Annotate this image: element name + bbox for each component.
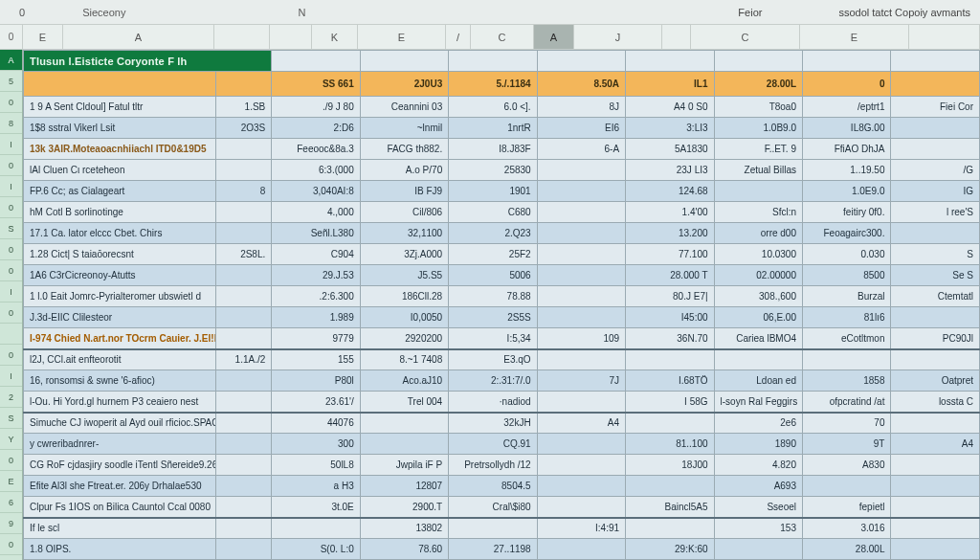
cell[interactable] bbox=[626, 518, 714, 539]
cell[interactable]: 2:D6 bbox=[272, 118, 360, 139]
cell[interactable]: 77.100 bbox=[626, 244, 714, 265]
cell[interactable]: 1.0E9.0 bbox=[803, 181, 891, 202]
row-label[interactable]: Simuche CJ iwoperit al Ayd ouil rficioc.… bbox=[24, 413, 216, 434]
cell[interactable]: 153 bbox=[714, 518, 802, 539]
row-label[interactable]: l-Ou. Hi Yord.gl hurnem P3 ceaiero nest bbox=[24, 392, 216, 413]
cell[interactable]: 36N.70 bbox=[626, 328, 714, 349]
cell[interactable]: 155 bbox=[272, 349, 360, 370]
cell[interactable]: 2900.T bbox=[360, 497, 448, 518]
cell[interactable]: PC90Jl bbox=[891, 328, 980, 349]
row-label[interactable]: hM Cotl B sorlinotinge bbox=[24, 202, 216, 223]
cell[interactable]: 02.00000 bbox=[714, 265, 802, 286]
row-number[interactable]: I bbox=[0, 176, 22, 197]
row-label[interactable]: y cwreribadnrer- bbox=[24, 434, 216, 455]
cell[interactable]: 4.,000 bbox=[272, 202, 360, 223]
col-header-K[interactable]: K bbox=[312, 25, 358, 49]
cell[interactable]: Ctemtatl bbox=[891, 286, 980, 307]
cell[interactable] bbox=[891, 307, 980, 328]
cell[interactable]: E3.qO bbox=[449, 349, 537, 370]
cell[interactable]: 5006 bbox=[449, 265, 537, 286]
row-label[interactable]: 1 9 A Sent Cldoul] Fatul tltr bbox=[24, 97, 216, 118]
row-number[interactable] bbox=[0, 324, 22, 345]
cell[interactable]: I45:00 bbox=[626, 307, 714, 328]
cell[interactable]: C904 bbox=[272, 244, 360, 265]
header-val[interactable]: SS 661 bbox=[272, 72, 360, 97]
row-label[interactable]: Clpur Fs 1IOS on Bilica Cauntol Ccal 008… bbox=[24, 497, 216, 518]
cell[interactable] bbox=[537, 349, 625, 370]
cell[interactable]: 28.000 T bbox=[626, 265, 714, 286]
cell[interactable]: Jwpila iF P bbox=[360, 455, 448, 476]
row-sublabel[interactable]: 2S8L. bbox=[216, 244, 272, 265]
row-number[interactable]: 2 bbox=[0, 387, 22, 408]
cell[interactable]: IG bbox=[891, 181, 980, 202]
cell[interactable]: 29.J.53 bbox=[272, 265, 360, 286]
cell[interactable]: 06,E.00 bbox=[714, 307, 802, 328]
cell[interactable]: 13.200 bbox=[626, 223, 714, 244]
row-label[interactable]: FP.6 Cc; as Cialageart bbox=[24, 181, 216, 202]
cell[interactable] bbox=[537, 539, 625, 560]
row-label[interactable]: If le scl bbox=[24, 518, 216, 539]
row-label[interactable]: 1 l.0 Eait Jomrc-Pyrialteromer ubswietl … bbox=[24, 286, 216, 307]
cell[interactable]: l ree'S bbox=[891, 202, 980, 223]
cell[interactable]: F..ET. 9 bbox=[714, 139, 802, 160]
row-number[interactable]: 0 bbox=[0, 450, 22, 471]
header-val[interactable]: 28.00L bbox=[714, 72, 802, 97]
col-header-3[interactable] bbox=[270, 25, 312, 49]
cell[interactable]: 1.989 bbox=[272, 307, 360, 328]
row-sublabel[interactable] bbox=[216, 307, 272, 328]
cell[interactable] bbox=[891, 518, 980, 539]
cell[interactable] bbox=[537, 244, 625, 265]
cell[interactable] bbox=[537, 223, 625, 244]
cell[interactable] bbox=[803, 349, 891, 370]
cell[interactable]: T8oa0 bbox=[714, 97, 802, 118]
cell[interactable]: Se S bbox=[891, 265, 980, 286]
cell[interactable] bbox=[891, 539, 980, 560]
cell[interactable]: 3,040AI:8 bbox=[272, 181, 360, 202]
cell[interactable]: S bbox=[891, 244, 980, 265]
cell[interactable]: J5.S5 bbox=[360, 265, 448, 286]
cell[interactable]: Cariea lBMO4 bbox=[714, 328, 802, 349]
cell[interactable]: 1.4'00 bbox=[626, 202, 714, 223]
row-sublabel[interactable] bbox=[216, 413, 272, 434]
col-header-A2[interactable]: A bbox=[534, 25, 574, 49]
cell[interactable]: Burzal bbox=[803, 286, 891, 307]
row-number[interactable]: S bbox=[0, 218, 22, 239]
row-label[interactable]: lAl Cluen Cι rceteheon bbox=[24, 160, 216, 181]
cell[interactable]: 2920200 bbox=[360, 328, 448, 349]
cell[interactable]: 8504.5 bbox=[449, 476, 537, 497]
row-number[interactable]: 0 bbox=[0, 239, 22, 260]
col-header-E3[interactable]: E bbox=[800, 25, 909, 49]
cell[interactable] bbox=[891, 497, 980, 518]
cell[interactable]: 1890 bbox=[714, 434, 802, 455]
cell[interactable]: Fiei Cor bbox=[891, 97, 980, 118]
cell[interactable]: A4 0 S0 bbox=[626, 97, 714, 118]
cell[interactable] bbox=[537, 160, 625, 181]
cell[interactable]: S(0. L:0 bbox=[272, 539, 360, 560]
cell[interactable]: Baincl5A5 bbox=[626, 497, 714, 518]
cell[interactable] bbox=[537, 265, 625, 286]
cell[interactable]: 27..1198 bbox=[449, 539, 537, 560]
row-number[interactable]: S bbox=[0, 408, 22, 429]
cell[interactable]: 8.~1 7408 bbox=[360, 349, 448, 370]
cell[interactable]: 81lı6 bbox=[803, 307, 891, 328]
cell[interactable]: 2.Q23 bbox=[449, 223, 537, 244]
cell[interactable] bbox=[360, 434, 448, 455]
cell[interactable]: 44076 bbox=[272, 413, 360, 434]
row-label[interactable]: 1.28 Cict| S taiaōorecsnt bbox=[24, 244, 216, 265]
header-val[interactable]: 0 bbox=[803, 72, 891, 97]
cell[interactable]: Ldoan ed bbox=[714, 370, 802, 392]
cell[interactable]: Oatpret bbox=[891, 370, 980, 392]
cell[interactable]: I.68TÖ bbox=[626, 370, 714, 392]
row-sublabel[interactable] bbox=[216, 202, 272, 223]
cell[interactable]: CQ.91 bbox=[449, 434, 537, 455]
cell[interactable]: 1nrtR bbox=[449, 118, 537, 139]
row-label[interactable]: l2J, CCl.ait enfteorotit bbox=[24, 349, 216, 370]
cell[interactable]: I0,0050 bbox=[360, 307, 448, 328]
row-number[interactable]: I bbox=[0, 281, 22, 302]
row-sublabel[interactable] bbox=[216, 539, 272, 560]
cell[interactable]: 0.030 bbox=[803, 244, 891, 265]
cell[interactable] bbox=[537, 181, 625, 202]
cell[interactable]: lossta C bbox=[891, 392, 980, 413]
cell[interactable] bbox=[272, 518, 360, 539]
cell[interactable]: 9779 bbox=[272, 328, 360, 349]
